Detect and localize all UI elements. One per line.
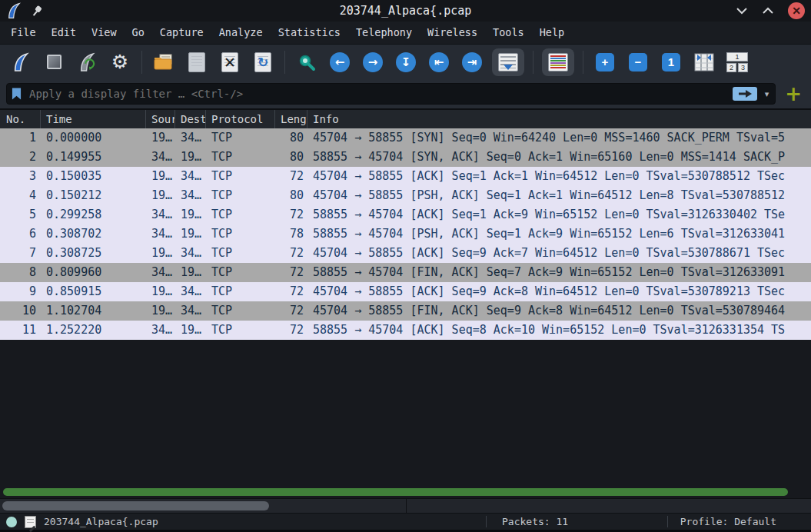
column-header-destination[interactable]: Destination <box>175 110 206 128</box>
column-header-time[interactable]: Time <box>41 110 146 128</box>
restart-capture-button[interactable] <box>74 48 100 76</box>
go-back-button[interactable]: ← <box>327 48 353 76</box>
packet-cell-time: 0.809960 <box>41 263 146 282</box>
close-button[interactable]: ✕ <box>788 2 805 19</box>
menu-item-edit[interactable]: Edit <box>44 22 85 44</box>
packet-cell-protocol: TCP <box>206 282 275 301</box>
open-file-button[interactable] <box>151 48 177 76</box>
horizontal-scrollbar[interactable] <box>0 498 811 514</box>
packet-row[interactable]: 70.30872519…34…TCP7245704 → 58855 [ACK] … <box>0 244 811 263</box>
column-header-no[interactable]: No. <box>0 110 41 128</box>
menu-item-statistics[interactable]: Statistics <box>271 22 348 44</box>
menu-item-tools[interactable]: Tools <box>485 22 532 44</box>
packet-cell-source: 34… <box>146 148 175 167</box>
add-filter-button[interactable]: + <box>782 84 805 104</box>
reload-file-button[interactable]: ↻ <box>250 48 276 76</box>
capture-comment-icon[interactable] <box>25 516 36 528</box>
apply-filter-button[interactable] <box>733 87 757 101</box>
packet-cell-length: 80 <box>275 148 307 167</box>
packet-cell-info: 45704 → 58855 [FIN, ACK] Seq=9 Ack=8 Win… <box>307 301 811 321</box>
column-header-info[interactable]: Info <box>307 110 811 128</box>
packet-detail-empty-pane <box>0 340 811 486</box>
go-forward-button[interactable]: → <box>360 48 386 76</box>
maximize-button[interactable] <box>762 6 774 15</box>
packet-count: Packets: 11 <box>487 516 667 527</box>
progress-band <box>0 486 811 498</box>
menu-item-go[interactable]: Go <box>125 22 152 44</box>
arrow-to-bar-left-icon: ⇤ <box>429 52 449 72</box>
menu-item-wireless[interactable]: Wireless <box>420 22 485 44</box>
auto-scroll-toggle[interactable] <box>492 48 524 76</box>
packet-cell-info: 58855 → 45704 [PSH, ACK] Seq=1 Ack=9 Win… <box>307 224 811 244</box>
auto-scroll-icon <box>498 53 518 71</box>
colorize-toggle[interactable] <box>542 48 574 76</box>
minimize-button[interactable] <box>736 6 748 15</box>
packet-row[interactable]: 50.29925834…19…TCP7258855 → 45704 [ACK] … <box>0 205 811 224</box>
packet-row[interactable]: 10.00000019…34…TCP8045704 → 58855 [SYN] … <box>0 128 811 148</box>
filter-dropdown-caret[interactable]: ▾ <box>763 89 771 99</box>
scrollbar-thumb[interactable] <box>2 501 269 510</box>
packet-cell-destination: 34… <box>175 167 206 186</box>
colorize-icon <box>548 53 568 71</box>
find-packet-button[interactable] <box>294 48 320 76</box>
packet-cell-destination: 34… <box>175 301 206 321</box>
packet-cell-length: 72 <box>275 321 307 340</box>
zoom-100-button[interactable]: 1 <box>658 48 684 76</box>
packet-row[interactable]: 90.85091519…34…TCP7245704 → 58855 [ACK] … <box>0 282 811 301</box>
menu-item-help[interactable]: Help <box>532 22 573 44</box>
column-header-length[interactable]: Length <box>275 110 307 128</box>
go-first-packet-button[interactable]: ⇤ <box>426 48 452 76</box>
packet-row[interactable]: 40.15021219…34…TCP8045704 → 58855 [PSH, … <box>0 186 811 205</box>
packet-row[interactable]: 60.30870234…19…TCP7858855 → 45704 [PSH, … <box>0 224 811 244</box>
binary-doc-icon <box>188 52 205 72</box>
menu-item-telephony[interactable]: Telephony <box>348 22 420 44</box>
packet-cell-destination: 34… <box>175 282 206 301</box>
zoom-in-button[interactable]: + <box>592 48 618 76</box>
packet-cell-no: 3 <box>0 167 41 186</box>
packet-cell-info: 58855 → 45704 [ACK] Seq=8 Ack=10 Win=651… <box>307 321 811 340</box>
go-last-packet-button[interactable]: ⇥ <box>459 48 485 76</box>
packet-row[interactable]: 101.10270419…34…TCP7245704 → 58855 [FIN,… <box>0 301 811 321</box>
column-header-source[interactable]: Source <box>146 110 175 128</box>
zoom-out-button[interactable]: − <box>625 48 651 76</box>
display-filter-input[interactable] <box>28 87 726 101</box>
arrow-to-bar-right-icon: ⇥ <box>462 52 482 72</box>
pin-icon[interactable] <box>29 4 42 18</box>
packet-cell-length: 72 <box>275 205 307 224</box>
packet-row[interactable]: 20.14995534…19…TCP8058855 → 45704 [SYN, … <box>0 148 811 167</box>
layout-123-icon: 123 <box>726 52 748 72</box>
go-to-packet-button[interactable]: ↧ <box>393 48 419 76</box>
close-file-button[interactable]: ✕ <box>217 48 243 76</box>
one-icon: 1 <box>662 53 680 71</box>
packet-cell-time: 1.102704 <box>41 301 146 321</box>
resize-columns-button[interactable] <box>691 48 717 76</box>
packet-cell-source: 19… <box>146 244 175 263</box>
expert-info-icon[interactable] <box>6 517 17 527</box>
stop-capture-button[interactable] <box>41 48 67 76</box>
packet-row[interactable]: 111.25222034…19…TCP7258855 → 45704 [ACK]… <box>0 321 811 340</box>
packet-cell-source: 19… <box>146 301 175 321</box>
profile-label[interactable]: Profile: Default <box>668 516 811 527</box>
capture-options-button[interactable]: ⚙ <box>107 48 133 76</box>
start-capture-button[interactable] <box>8 48 34 76</box>
menu-item-file[interactable]: File <box>3 22 44 44</box>
bookmark-icon[interactable] <box>12 87 22 101</box>
menu-item-analyze[interactable]: Analyze <box>211 22 271 44</box>
menu-item-view[interactable]: View <box>84 22 125 44</box>
packet-cell-source: 19… <box>146 282 175 301</box>
display-filter-field[interactable]: ▾ <box>6 83 776 105</box>
packet-row[interactable]: 30.15003519…34…TCP7245704 → 58855 [ACK] … <box>0 167 811 186</box>
arrow-down-from-bar-icon: ↧ <box>396 52 416 72</box>
layout-123-button[interactable]: 123 <box>724 48 750 76</box>
packet-cell-source: 34… <box>146 224 175 244</box>
column-header-protocol[interactable]: Protocol <box>206 110 275 128</box>
window-title: 203744_Alpaca{.pcap <box>175 4 636 18</box>
packet-cell-destination: 34… <box>175 128 206 148</box>
packet-cell-time: 0.000000 <box>41 128 146 148</box>
save-file-button[interactable] <box>184 48 210 76</box>
packet-cell-protocol: TCP <box>206 321 275 340</box>
packet-cell-no: 2 <box>0 148 41 167</box>
toolbar-separator <box>533 51 533 74</box>
packet-row[interactable]: 80.80996034…19…TCP7258855 → 45704 [FIN, … <box>0 263 811 282</box>
menu-item-capture[interactable]: Capture <box>152 22 211 44</box>
